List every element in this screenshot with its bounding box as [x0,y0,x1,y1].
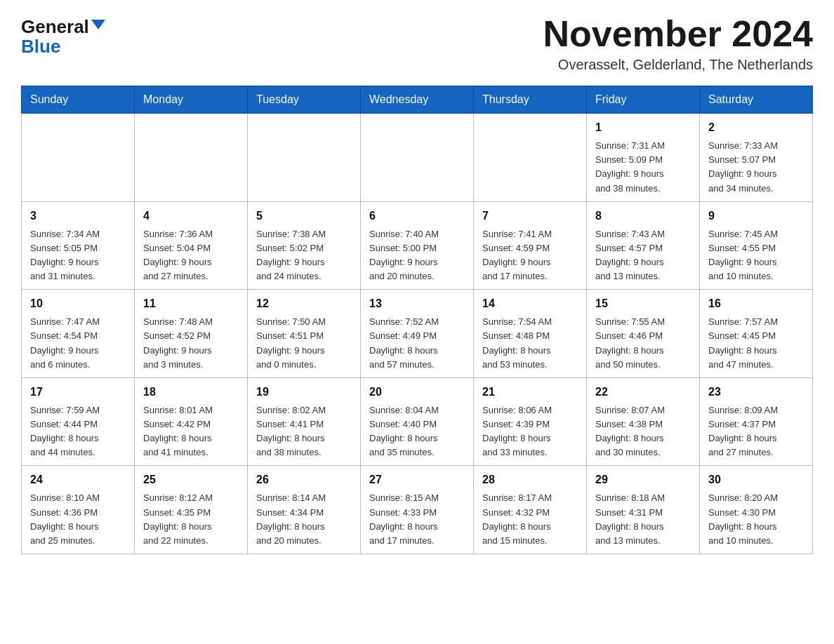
weekday-header-wednesday: Wednesday [361,86,474,114]
day-info: Sunrise: 8:04 AM Sunset: 4:40 PM Dayligh… [369,403,465,460]
day-info: Sunrise: 7:36 AM Sunset: 5:04 PM Dayligh… [143,227,239,284]
day-number: 17 [30,384,126,401]
logo-general-text: General [21,18,89,36]
day-number: 24 [30,471,126,488]
day-number: 26 [256,471,352,488]
calendar-cell: 16Sunrise: 7:57 AM Sunset: 4:45 PM Dayli… [700,290,813,378]
day-info: Sunrise: 7:55 AM Sunset: 4:46 PM Dayligh… [595,315,691,372]
calendar-cell: 11Sunrise: 7:48 AM Sunset: 4:52 PM Dayli… [135,290,248,378]
calendar-cell: 9Sunrise: 7:45 AM Sunset: 4:55 PM Daylig… [700,201,813,290]
day-number: 7 [482,208,578,224]
day-number: 30 [708,471,804,488]
day-number: 6 [369,208,465,224]
day-info: Sunrise: 7:50 AM Sunset: 4:51 PM Dayligh… [256,315,352,372]
day-info: Sunrise: 7:54 AM Sunset: 4:48 PM Dayligh… [482,315,578,372]
calendar-cell: 19Sunrise: 8:02 AM Sunset: 4:41 PM Dayli… [248,377,361,466]
page-header: General Blue November 2024 Overasselt, G… [21,14,813,73]
calendar-cell: 30Sunrise: 8:20 AM Sunset: 4:30 PM Dayli… [700,466,813,554]
day-info: Sunrise: 7:33 AM Sunset: 5:07 PM Dayligh… [708,139,804,196]
day-info: Sunrise: 8:14 AM Sunset: 4:34 PM Dayligh… [256,491,352,548]
title-section: November 2024 Overasselt, Gelderland, Th… [543,14,813,73]
weekday-header-monday: Monday [135,86,248,114]
day-number: 4 [143,208,239,224]
calendar-cell: 8Sunrise: 7:43 AM Sunset: 4:57 PM Daylig… [587,201,700,290]
day-number: 16 [708,295,804,312]
calendar-cell: 26Sunrise: 8:14 AM Sunset: 4:34 PM Dayli… [248,466,361,554]
calendar-cell: 7Sunrise: 7:41 AM Sunset: 4:59 PM Daylig… [474,201,587,290]
location-text: Overasselt, Gelderland, The Netherlands [543,57,813,73]
day-number: 13 [369,295,465,312]
day-number: 10 [30,295,126,312]
day-info: Sunrise: 8:20 AM Sunset: 4:30 PM Dayligh… [708,491,804,548]
month-title: November 2024 [543,14,813,54]
weekday-header-friday: Friday [587,86,700,114]
calendar-week-row: 17Sunrise: 7:59 AM Sunset: 4:44 PM Dayli… [22,377,813,466]
calendar-cell: 15Sunrise: 7:55 AM Sunset: 4:46 PM Dayli… [587,290,700,378]
day-number: 15 [595,295,691,312]
day-info: Sunrise: 8:17 AM Sunset: 4:32 PM Dayligh… [482,491,578,548]
calendar-cell: 21Sunrise: 8:06 AM Sunset: 4:39 PM Dayli… [474,377,587,466]
calendar-cell: 13Sunrise: 7:52 AM Sunset: 4:49 PM Dayli… [361,290,474,378]
day-info: Sunrise: 7:34 AM Sunset: 5:05 PM Dayligh… [30,227,126,284]
day-number: 18 [143,384,239,401]
day-info: Sunrise: 8:18 AM Sunset: 4:31 PM Dayligh… [595,491,691,548]
calendar-cell: 25Sunrise: 8:12 AM Sunset: 4:35 PM Dayli… [135,466,248,554]
calendar-week-row: 24Sunrise: 8:10 AM Sunset: 4:36 PM Dayli… [22,466,813,554]
day-info: Sunrise: 8:12 AM Sunset: 4:35 PM Dayligh… [143,491,239,548]
day-number: 8 [595,208,691,224]
logo-triangle-icon [91,20,105,29]
day-number: 22 [595,384,691,401]
calendar-cell: 1Sunrise: 7:31 AM Sunset: 5:09 PM Daylig… [587,114,700,202]
calendar-cell [22,114,135,202]
calendar-cell: 12Sunrise: 7:50 AM Sunset: 4:51 PM Dayli… [248,290,361,378]
calendar-cell: 14Sunrise: 7:54 AM Sunset: 4:48 PM Dayli… [474,290,587,378]
day-number: 5 [256,208,352,224]
day-number: 12 [256,295,352,312]
calendar-table: SundayMondayTuesdayWednesdayThursdayFrid… [21,86,813,554]
day-number: 27 [369,471,465,488]
day-info: Sunrise: 7:45 AM Sunset: 4:55 PM Dayligh… [708,227,804,284]
calendar-week-row: 1Sunrise: 7:31 AM Sunset: 5:09 PM Daylig… [22,114,813,202]
day-info: Sunrise: 8:07 AM Sunset: 4:38 PM Dayligh… [595,403,691,460]
logo-blue-text: Blue [21,36,60,57]
calendar-week-row: 10Sunrise: 7:47 AM Sunset: 4:54 PM Dayli… [22,290,813,378]
day-info: Sunrise: 8:06 AM Sunset: 4:39 PM Dayligh… [482,403,578,460]
day-info: Sunrise: 7:31 AM Sunset: 5:09 PM Dayligh… [595,139,691,196]
day-info: Sunrise: 7:47 AM Sunset: 4:54 PM Dayligh… [30,315,126,372]
day-number: 3 [30,208,126,224]
calendar-cell: 27Sunrise: 8:15 AM Sunset: 4:33 PM Dayli… [361,466,474,554]
day-info: Sunrise: 7:40 AM Sunset: 5:00 PM Dayligh… [369,227,465,284]
day-number: 1 [595,119,691,136]
day-number: 21 [482,384,578,401]
calendar-cell: 6Sunrise: 7:40 AM Sunset: 5:00 PM Daylig… [361,201,474,290]
calendar-cell: 20Sunrise: 8:04 AM Sunset: 4:40 PM Dayli… [361,377,474,466]
day-number: 29 [595,471,691,488]
day-info: Sunrise: 8:01 AM Sunset: 4:42 PM Dayligh… [143,403,239,460]
calendar-cell: 17Sunrise: 7:59 AM Sunset: 4:44 PM Dayli… [22,377,135,466]
calendar-cell: 22Sunrise: 8:07 AM Sunset: 4:38 PM Dayli… [587,377,700,466]
day-number: 11 [143,295,239,312]
day-info: Sunrise: 7:41 AM Sunset: 4:59 PM Dayligh… [482,227,578,284]
day-info: Sunrise: 7:52 AM Sunset: 4:49 PM Dayligh… [369,315,465,372]
calendar-cell: 24Sunrise: 8:10 AM Sunset: 4:36 PM Dayli… [22,466,135,554]
calendar-cell [361,114,474,202]
calendar-cell: 3Sunrise: 7:34 AM Sunset: 5:05 PM Daylig… [22,201,135,290]
day-info: Sunrise: 8:15 AM Sunset: 4:33 PM Dayligh… [369,491,465,548]
calendar-cell: 2Sunrise: 7:33 AM Sunset: 5:07 PM Daylig… [700,114,813,202]
day-info: Sunrise: 8:02 AM Sunset: 4:41 PM Dayligh… [256,403,352,460]
day-info: Sunrise: 7:38 AM Sunset: 5:02 PM Dayligh… [256,227,352,284]
calendar-cell: 28Sunrise: 8:17 AM Sunset: 4:32 PM Dayli… [474,466,587,554]
weekday-header-sunday: Sunday [22,86,135,114]
calendar-cell [474,114,587,202]
day-info: Sunrise: 7:59 AM Sunset: 4:44 PM Dayligh… [30,403,126,460]
calendar-week-row: 3Sunrise: 7:34 AM Sunset: 5:05 PM Daylig… [22,201,813,290]
day-number: 2 [708,119,804,136]
day-number: 9 [708,208,804,224]
calendar-cell: 4Sunrise: 7:36 AM Sunset: 5:04 PM Daylig… [135,201,248,290]
day-number: 14 [482,295,578,312]
calendar-cell [135,114,248,202]
day-number: 20 [369,384,465,401]
day-info: Sunrise: 7:43 AM Sunset: 4:57 PM Dayligh… [595,227,691,284]
day-number: 28 [482,471,578,488]
weekday-header-saturday: Saturday [700,86,813,114]
